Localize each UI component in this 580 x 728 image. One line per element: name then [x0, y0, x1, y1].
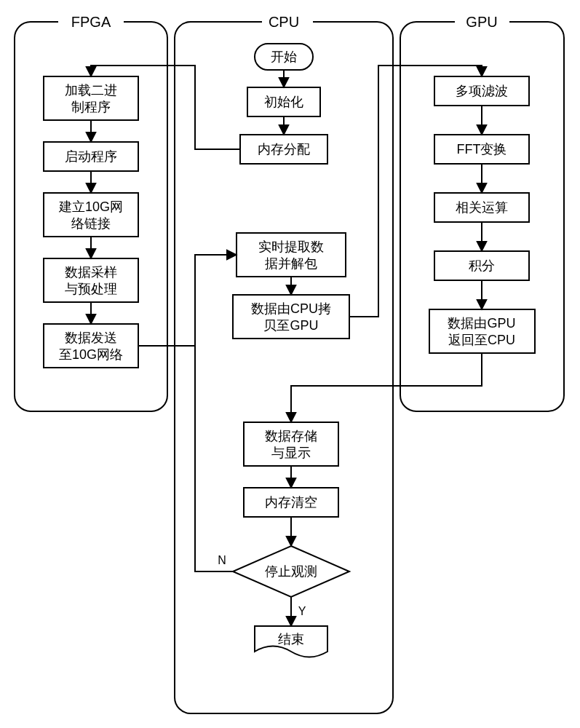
node-copy-l2: 贝至GPU	[263, 318, 318, 333]
decision-n-label: N	[218, 554, 226, 566]
node-gpu-return-l1: 数据由GPU	[448, 316, 515, 331]
decision-y-label: Y	[298, 605, 306, 617]
node-start-label: 开始	[271, 50, 297, 64]
node-fpga-sample-l2: 与预处理	[65, 282, 117, 296]
node-fpga-send-l2: 至10G网络	[59, 347, 123, 362]
node-fpga-sample-l1: 数据采样	[65, 265, 117, 280]
node-fpga-load-l2: 制程序	[71, 100, 111, 114]
edge	[138, 255, 237, 346]
edge	[91, 66, 240, 149]
node-extract-l2: 据并解包	[265, 256, 317, 271]
edge-loop	[195, 346, 233, 571]
flowchart-diagram: FPGA CPU GPU 开始 初始化 内存分配 加载二进 制程序 启动程序 建…	[0, 0, 580, 728]
node-fpga-load-l1: 加载二进	[65, 83, 117, 98]
node-clear-label: 内存清空	[265, 495, 317, 510]
node-copy-l1: 数据由CPU拷	[251, 301, 331, 316]
node-store-l2: 与显示	[271, 446, 311, 460]
node-end-label: 结束	[278, 632, 304, 646]
node-gpu-fft-label: FFT变换	[457, 142, 507, 157]
node-fpga-send-l1: 数据发送	[65, 331, 117, 345]
node-gpu-integrate-label: 积分	[469, 258, 495, 273]
node-malloc-label: 内存分配	[258, 142, 310, 157]
edge	[349, 66, 482, 317]
node-init-label: 初始化	[264, 95, 303, 109]
node-gpu-return-l2: 返回至CPU	[448, 333, 515, 347]
node-gpu-correlate-label: 相关运算	[456, 200, 508, 215]
lane-fpga-title: FPGA	[71, 14, 111, 30]
node-extract-l1: 实时提取数	[258, 240, 324, 254]
lane-cpu-title: CPU	[269, 14, 299, 30]
node-store-l1: 数据存储	[265, 429, 317, 443]
node-decision-stop-label: 停止观测	[265, 564, 317, 579]
node-gpu-polyfilter-label: 多项滤波	[456, 84, 508, 98]
node-fpga-link-l2: 络链接	[71, 216, 111, 231]
node-fpga-link-l1: 建立10G网	[58, 199, 123, 214]
node-fpga-start-label: 启动程序	[65, 149, 117, 164]
lane-gpu-title: GPU	[466, 14, 497, 30]
